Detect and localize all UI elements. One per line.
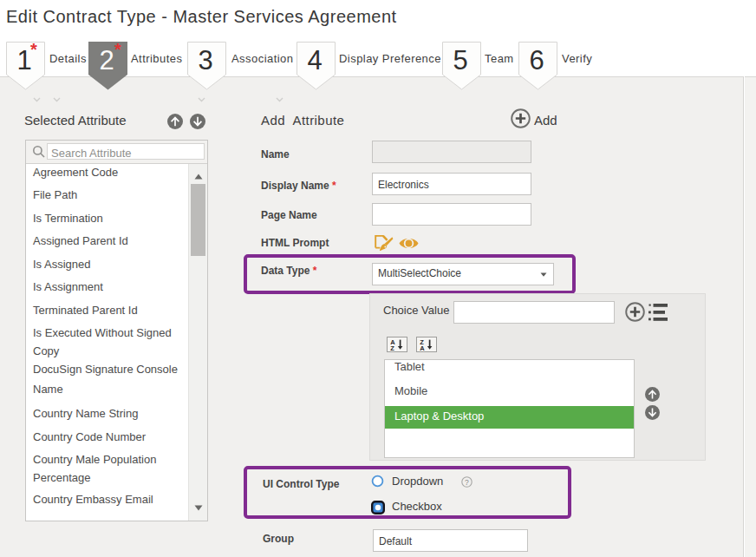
svg-text:?: ? (465, 478, 469, 487)
svg-text:A: A (420, 344, 425, 351)
svg-text:Z: Z (390, 344, 394, 351)
